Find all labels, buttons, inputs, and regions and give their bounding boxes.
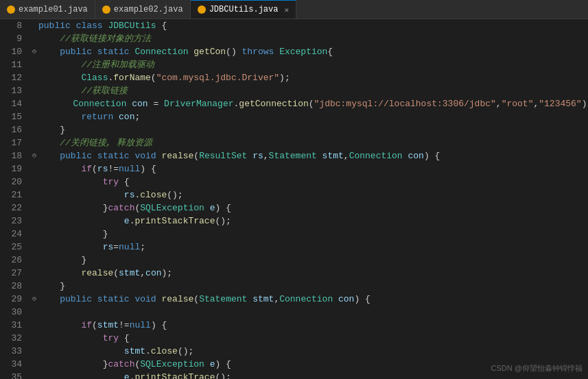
line-num-22: 22 — [3, 201, 22, 215]
tab-label-jdbcutils: JDBCUtils.java — [209, 5, 279, 14]
line-num-35: 35 — [3, 371, 22, 379]
code-line-13: //获取链接 — [30, 84, 588, 97]
close-icon[interactable]: ✕ — [284, 5, 289, 14]
tab-example02[interactable]: example02.java — [95, 0, 191, 19]
line-num-26: 26 — [3, 254, 22, 267]
code-line-21: rs.close(); — [30, 188, 588, 201]
line-num-19: 19 — [3, 162, 22, 175]
line-num-23: 23 — [3, 215, 22, 228]
code-line-24: } — [30, 228, 588, 241]
code-line-9: //获取链接对象的方法 — [30, 32, 588, 45]
code-line-28: } — [30, 280, 588, 293]
code-line-17: //关闭链接, 释放资源 — [30, 136, 588, 149]
line-num-10: 10 — [3, 45, 22, 58]
line-num-28: 28 — [3, 280, 22, 293]
tab-jdbcutils[interactable]: JDBCUtils.java ✕ — [191, 0, 296, 19]
fold-marker-18[interactable]: ⊖ — [30, 152, 38, 160]
code-line-25: rs=null; — [30, 241, 588, 254]
line-num-18: 18 — [3, 149, 22, 162]
line-num-21: 21 — [3, 188, 22, 201]
code-line-32: try { — [30, 332, 588, 345]
tab-label-example01: example01.java — [19, 5, 88, 14]
code-line-22: }catch(SQLException e) { — [30, 201, 588, 215]
code-line-31: if(stmt!=null) { — [30, 319, 588, 332]
code-line-30 — [30, 306, 588, 319]
code-line-26: } — [30, 254, 588, 267]
line-num-24: 24 — [3, 228, 22, 241]
line-num-17: 17 — [3, 136, 22, 149]
code-content: public class JDBCUtils { //获取链接对象的方法 ⊖ p… — [27, 19, 588, 379]
line-num-13: 13 — [3, 84, 22, 97]
code-line-11: //注册和加载驱动 — [30, 58, 588, 71]
fold-marker-29[interactable]: ⊖ — [30, 295, 38, 304]
code-line-12: Class.forName("com.mysql.jdbc.Driver"); — [30, 71, 588, 84]
line-num-33: 33 — [3, 345, 22, 358]
line-num-30: 30 — [3, 306, 22, 319]
line-num-27: 27 — [3, 267, 22, 280]
fold-marker-10[interactable]: ⊖ — [30, 48, 38, 56]
line-numbers: 8 9 10 11 12 13 14 15 16 17 18 19 20 21 … — [0, 19, 27, 379]
line-num-16: 16 — [3, 123, 22, 136]
line-num-32: 32 — [3, 332, 22, 345]
code-line-19: if(rs!=null) { — [30, 162, 588, 175]
tab-example01[interactable]: example01.java — [0, 0, 95, 19]
line-num-15: 15 — [3, 110, 22, 123]
tab-bar: example01.java example02.java JDBCUtils.… — [0, 0, 588, 19]
line-num-8: 8 — [3, 19, 22, 32]
line-num-29: 29 — [3, 293, 22, 306]
tab-icon-jdbcutils — [198, 5, 206, 14]
line-num-11: 11 — [3, 58, 22, 71]
code-line-15: return con; — [30, 110, 588, 123]
tab-icon-example02 — [102, 5, 110, 14]
code-line-27: realse(stmt,con); — [30, 267, 588, 280]
line-num-25: 25 — [3, 241, 22, 254]
line-num-12: 12 — [3, 71, 22, 84]
code-line-14: Connection con = DriverManager.getConnec… — [30, 97, 588, 110]
code-line-18: ⊖ public static void realse(ResultSet rs… — [30, 149, 588, 162]
line-num-9: 9 — [3, 32, 22, 45]
code-line-16: } — [30, 123, 588, 136]
code-line-23: e.printStackTrace(); — [30, 215, 588, 228]
line-num-14: 14 — [3, 97, 22, 110]
line-num-34: 34 — [3, 358, 22, 371]
watermark: CSDN @仰望怡淼钟锝悖福 — [491, 363, 583, 374]
code-line-10: ⊖ public static Connection getCon() thro… — [30, 45, 588, 58]
tab-icon-example01 — [7, 5, 15, 14]
line-num-20: 20 — [3, 175, 22, 188]
tab-label-example02: example02.java — [114, 5, 183, 14]
code-line-29: ⊖ public static void realse(Statement st… — [30, 293, 588, 306]
code-area: 8 9 10 11 12 13 14 15 16 17 18 19 20 21 … — [0, 19, 588, 379]
code-line-33: stmt.close(); — [30, 345, 588, 358]
code-line-20: try { — [30, 175, 588, 188]
line-num-31: 31 — [3, 319, 22, 332]
code-line-8: public class JDBCUtils { — [30, 19, 588, 32]
